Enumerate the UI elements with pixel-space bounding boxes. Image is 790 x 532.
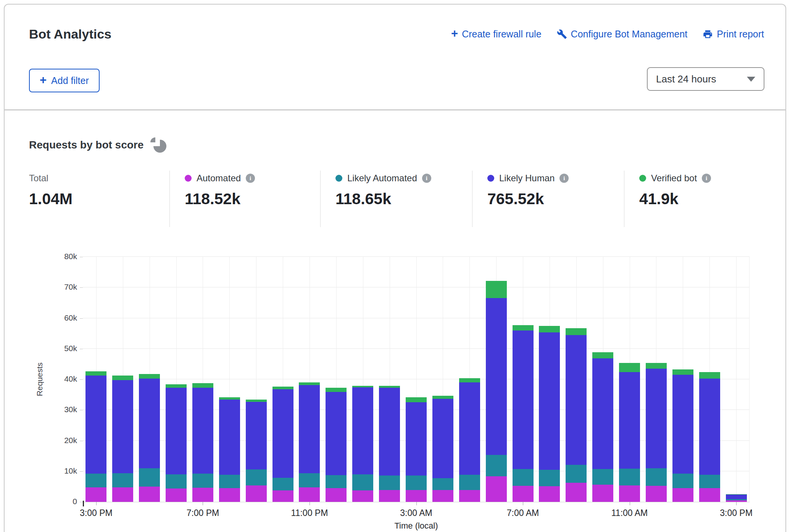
bar-segment-likely-automated[interactable] bbox=[699, 475, 720, 488]
bar-segment-verified-bot[interactable] bbox=[699, 372, 720, 379]
info-icon[interactable]: i bbox=[422, 174, 431, 183]
bar-segment-automated[interactable] bbox=[299, 487, 320, 502]
bar-segment-likely-human[interactable] bbox=[246, 402, 267, 469]
add-filter-button[interactable]: + Add filter bbox=[29, 69, 100, 92]
bar-segment-likely-automated[interactable] bbox=[539, 470, 560, 486]
create-firewall-rule-link[interactable]: + Create firewall rule bbox=[451, 28, 542, 40]
bar-segment-likely-automated[interactable] bbox=[726, 499, 747, 500]
bar-segment-verified-bot[interactable] bbox=[432, 396, 453, 399]
bar-segment-verified-bot[interactable] bbox=[219, 397, 240, 400]
bar-segment-verified-bot[interactable] bbox=[326, 388, 347, 392]
bar-segment-verified-bot[interactable] bbox=[459, 378, 480, 382]
info-icon[interactable]: i bbox=[559, 174, 569, 183]
bar-segment-likely-automated[interactable] bbox=[459, 475, 480, 490]
bar-segment-automated[interactable] bbox=[432, 490, 453, 502]
bar-segment-automated[interactable] bbox=[406, 490, 427, 502]
bar-segment-verified-bot[interactable] bbox=[246, 400, 267, 402]
bar-segment-likely-human[interactable] bbox=[619, 372, 640, 469]
bar-segment-verified-bot[interactable] bbox=[513, 325, 534, 330]
bar-segment-likely-human[interactable] bbox=[566, 335, 587, 465]
bar-segment-likely-human[interactable] bbox=[539, 332, 560, 470]
bar-segment-likely-automated[interactable] bbox=[246, 469, 267, 486]
bar-segment-automated[interactable] bbox=[352, 490, 373, 502]
bar-segment-verified-bot[interactable] bbox=[592, 352, 613, 358]
print-report-link[interactable]: Print report bbox=[703, 29, 764, 40]
bar-segment-verified-bot[interactable] bbox=[272, 387, 293, 389]
info-icon[interactable]: i bbox=[702, 174, 711, 183]
bar-segment-likely-human[interactable] bbox=[272, 389, 293, 478]
bar-segment-automated[interactable] bbox=[513, 486, 534, 502]
bar-segment-likely-human[interactable] bbox=[379, 388, 400, 476]
bar-segment-likely-human[interactable] bbox=[672, 375, 693, 474]
bar-segment-verified-bot[interactable] bbox=[406, 397, 427, 402]
info-icon[interactable]: i bbox=[246, 174, 255, 183]
bar-segment-automated[interactable] bbox=[699, 488, 720, 502]
bar-segment-automated[interactable] bbox=[646, 486, 667, 502]
bar-segment-likely-automated[interactable] bbox=[112, 473, 133, 487]
bar-segment-automated[interactable] bbox=[326, 488, 347, 502]
bar-segment-automated[interactable] bbox=[139, 487, 160, 502]
bar-segment-likely-human[interactable] bbox=[459, 382, 480, 475]
bar-segment-likely-human[interactable] bbox=[406, 402, 427, 476]
bar-segment-verified-bot[interactable] bbox=[299, 382, 320, 385]
bar-segment-likely-automated[interactable] bbox=[486, 455, 507, 476]
bar-segment-automated[interactable] bbox=[112, 487, 133, 502]
bar-segment-likely-automated[interactable] bbox=[85, 474, 106, 487]
bar-segment-verified-bot[interactable] bbox=[192, 383, 213, 387]
bar-segment-likely-automated[interactable] bbox=[432, 478, 453, 490]
bar-segment-likely-human[interactable] bbox=[192, 388, 213, 474]
bar-segment-likely-human[interactable] bbox=[299, 385, 320, 473]
bar-segment-likely-automated[interactable] bbox=[672, 474, 693, 488]
bar-segment-likely-human[interactable] bbox=[326, 392, 347, 475]
bar-segment-likely-automated[interactable] bbox=[299, 473, 320, 487]
bar-segment-verified-bot[interactable] bbox=[85, 371, 106, 375]
bar-segment-verified-bot[interactable] bbox=[139, 374, 160, 379]
bar-segment-verified-bot[interactable] bbox=[112, 376, 133, 380]
bar-segment-automated[interactable] bbox=[459, 490, 480, 502]
bar-segment-likely-human[interactable] bbox=[486, 298, 507, 455]
bar-segment-automated[interactable] bbox=[192, 488, 213, 502]
bar-segment-verified-bot[interactable] bbox=[539, 326, 560, 333]
bar-segment-likely-human[interactable] bbox=[139, 379, 160, 468]
bar-segment-automated[interactable] bbox=[539, 486, 560, 502]
bar-segment-likely-human[interactable] bbox=[432, 399, 453, 478]
bar-segment-likely-automated[interactable] bbox=[192, 474, 213, 488]
bar-segment-likely-human[interactable] bbox=[646, 369, 667, 468]
bar-segment-automated[interactable] bbox=[566, 483, 587, 502]
bar-segment-verified-bot[interactable] bbox=[619, 363, 640, 372]
bar-segment-automated[interactable] bbox=[219, 488, 240, 502]
bar-segment-likely-human[interactable] bbox=[726, 495, 747, 499]
bar-segment-likely-automated[interactable] bbox=[139, 468, 160, 487]
bar-segment-automated[interactable] bbox=[592, 485, 613, 502]
bar-segment-likely-automated[interactable] bbox=[406, 476, 427, 490]
bar-segment-verified-bot[interactable] bbox=[166, 384, 187, 388]
bar-segment-automated[interactable] bbox=[619, 485, 640, 502]
bar-segment-automated[interactable] bbox=[166, 488, 187, 502]
bar-segment-likely-automated[interactable] bbox=[352, 474, 373, 491]
bar-segment-automated[interactable] bbox=[246, 485, 267, 502]
bar-segment-likely-human[interactable] bbox=[592, 358, 613, 469]
bar-segment-likely-automated[interactable] bbox=[513, 469, 534, 486]
bar-segment-likely-automated[interactable] bbox=[272, 478, 293, 490]
bar-segment-verified-bot[interactable] bbox=[646, 363, 667, 368]
bar-segment-likely-human[interactable] bbox=[219, 400, 240, 475]
bar-segment-likely-automated[interactable] bbox=[166, 474, 187, 488]
bar-segment-verified-bot[interactable] bbox=[672, 369, 693, 375]
time-range-select[interactable]: Last 24 hours bbox=[647, 67, 764, 91]
bar-segment-likely-automated[interactable] bbox=[566, 465, 587, 483]
bar-segment-verified-bot[interactable] bbox=[486, 281, 507, 298]
bar-segment-verified-bot[interactable] bbox=[379, 386, 400, 388]
bar-segment-automated[interactable] bbox=[85, 487, 106, 502]
bar-segment-likely-human[interactable] bbox=[352, 387, 373, 474]
bar-segment-likely-automated[interactable] bbox=[219, 475, 240, 488]
bar-segment-automated[interactable] bbox=[272, 490, 293, 502]
bar-segment-likely-automated[interactable] bbox=[326, 475, 347, 488]
bar-segment-verified-bot[interactable] bbox=[566, 328, 587, 335]
configure-bot-management-link[interactable]: Configure Bot Management bbox=[557, 29, 688, 40]
bar-segment-likely-automated[interactable] bbox=[646, 468, 667, 486]
bar-segment-automated[interactable] bbox=[672, 488, 693, 502]
bar-segment-likely-human[interactable] bbox=[699, 379, 720, 475]
bar-segment-likely-automated[interactable] bbox=[379, 476, 400, 490]
bar-segment-verified-bot[interactable] bbox=[352, 386, 373, 387]
bar-segment-automated[interactable] bbox=[379, 490, 400, 502]
